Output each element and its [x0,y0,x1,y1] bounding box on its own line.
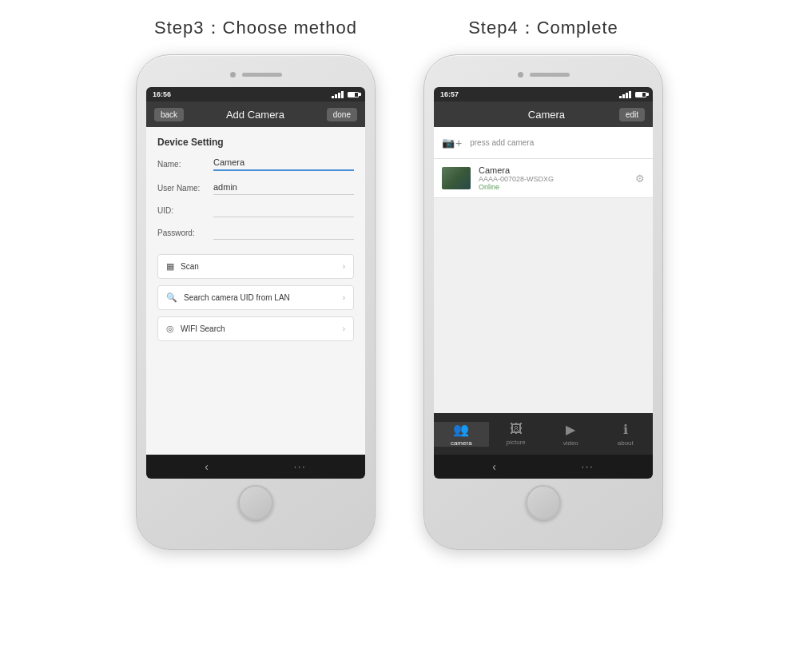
wifi-btn-left: ◎ WIFI Search [166,324,225,334]
scan-icon: ▦ [166,261,174,272]
signal-bar-s4-4 [629,91,631,98]
scan-button[interactable]: ▦ Scan › [157,254,354,279]
steps-container: Step3：Choose method 16:56 [136,16,663,550]
nav-title-step4: Camera [528,109,565,121]
speaker-step4 [530,73,570,77]
tab-about[interactable]: ℹ about [598,422,654,447]
bottom-dots-step3: ··· [294,461,307,472]
signal-bars-step4 [619,91,631,98]
password-label: Password: [157,229,205,240]
nav-title-step3: Add Camera [226,109,284,121]
search-icon: 🔍 [166,292,177,303]
phone-step4: 16:57 [423,54,663,550]
battery-step3 [348,92,359,97]
about-tab-label: about [618,439,634,447]
edit-button-step4[interactable]: edit [619,108,645,121]
phone-step3: 16:56 back [136,54,376,550]
camera-thumbnail [442,167,471,189]
step4-container: Step4：Complete 16:57 [423,16,663,550]
battery-fill-step3 [348,93,355,97]
section-title-step3: Device Setting [157,137,354,148]
search-lan-button[interactable]: 🔍 Search camera UID from LAN › [157,285,354,310]
video-tab-label: video [563,439,578,447]
camera-name: Camera [479,165,627,175]
method-button-list: ▦ Scan › 🔍 Search camera UID from LAN [157,254,354,341]
picture-tab-icon: 🖼 [510,422,523,436]
camera-tab-label: camera [451,439,472,447]
signal-bar-s4-3 [626,93,628,98]
picture-tab-label: picture [507,439,526,446]
camera-thumb-inner [442,167,471,189]
password-input[interactable] [213,237,354,240]
username-input[interactable]: admin [213,182,354,195]
tab-video[interactable]: ▶ video [543,422,598,447]
signal-bar-s4-1 [619,96,622,98]
speaker-step3 [242,73,282,77]
camera-list-item[interactable]: Camera AAAA-007028-WSDXG Online ⚙ [434,159,653,198]
front-camera-step4 [518,72,523,78]
search-chevron: › [343,293,345,302]
name-value: Camera [213,157,354,167]
back-button-step3[interactable]: back [154,108,184,121]
wifi-search-label: WIFI Search [181,324,225,333]
back-arrow-step4[interactable]: ‹ [492,460,496,473]
step3-title: Step3：Choose method [154,16,357,40]
signal-bar-1 [332,96,334,98]
tab-bar-step4: 👥 camera 🖼 picture ▶ video ℹ [434,413,653,455]
search-lan-label: Search camera UID from LAN [184,293,290,302]
name-input[interactable]: Camera [213,157,354,171]
signal-bar-3 [338,93,340,98]
camera-info: Camera AAAA-007028-WSDXG Online [479,165,627,191]
camera-tab-icon: 👥 [453,422,469,437]
camera-status: Online [479,183,627,191]
uid-label: UID: [157,206,205,217]
tab-camera[interactable]: 👥 camera [434,422,489,447]
signal-bars-step3 [332,91,344,98]
phone-top-step4 [434,66,653,82]
uid-input[interactable] [213,214,354,217]
uid-field-row: UID: [157,206,354,217]
signal-bar-s4-2 [622,94,625,98]
scan-btn-left: ▦ Scan [166,261,199,272]
home-button-step3[interactable] [238,485,273,520]
signal-bar-4 [341,91,344,98]
screen-step3: 16:56 back [146,87,365,479]
status-icons-step3 [332,91,359,98]
home-button-step4[interactable] [526,485,561,520]
bottom-bar-step4: ‹ ··· [434,455,653,479]
step4-title: Step4：Complete [468,16,618,40]
status-bar-step3: 16:56 [146,87,365,101]
scan-label: Scan [181,262,199,271]
status-icons-step4 [619,91,646,98]
name-field-row: Name: Camera [157,157,354,171]
camera-add-icon: 📷+ [442,137,462,149]
status-bar-step4: 16:57 [434,87,653,101]
add-camera-text: press add camera [470,138,534,147]
settings-icon[interactable]: ⚙ [635,173,645,185]
bottom-bar-step3: ‹ ··· [146,455,365,479]
screen-content-step3: Device Setting Name: Camera User Name: [146,127,365,479]
time-step4: 16:57 [440,90,459,98]
phone-top-step3 [146,66,365,82]
wifi-chevron: › [343,324,345,333]
nav-bar-step4: Camera edit [434,101,653,127]
username-value: admin [213,182,354,192]
back-arrow-step3[interactable]: ‹ [205,460,209,473]
add-camera-item[interactable]: 📷+ press add camera [434,127,653,159]
password-field-row: Password: [157,229,354,240]
about-tab-icon: ℹ [623,422,628,437]
battery-fill-step4 [636,93,642,97]
step3-container: Step3：Choose method 16:56 [136,16,376,550]
wifi-icon: ◎ [166,324,174,334]
signal-bar-2 [335,94,337,98]
username-label: User Name: [157,184,205,195]
screen-content-step4: 📷+ press add camera Camera AAAA-007028-W… [434,127,653,479]
bottom-dots-step4: ··· [582,461,594,472]
username-field-row: User Name: admin [157,182,354,195]
done-button-step3[interactable]: done [327,108,357,121]
nav-bar-step3: back Add Camera done [146,101,365,127]
tab-picture[interactable]: 🖼 picture [489,422,544,446]
wifi-search-button[interactable]: ◎ WIFI Search › [157,316,354,341]
time-step3: 16:56 [153,90,171,98]
screen-step4: 16:57 [434,87,653,479]
